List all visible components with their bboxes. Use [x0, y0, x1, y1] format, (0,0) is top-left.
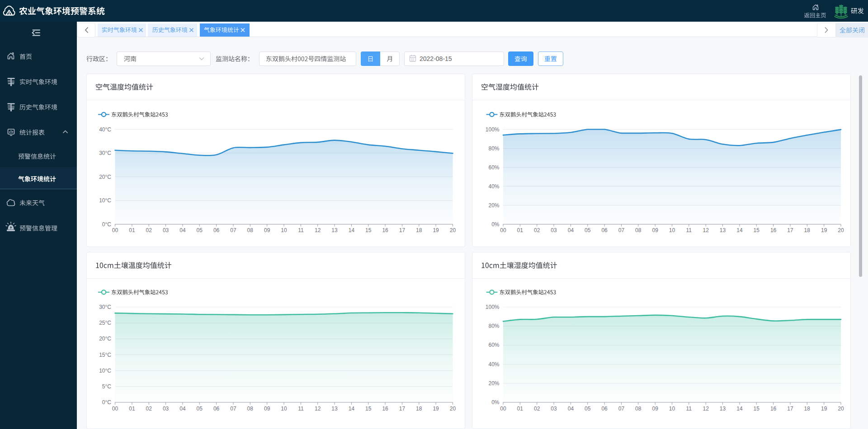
svg-text:06: 06 [213, 227, 220, 233]
svg-text:06: 06 [601, 227, 608, 233]
svg-text:18: 18 [416, 406, 422, 412]
svg-text:16: 16 [382, 227, 388, 233]
svg-text:04: 04 [568, 406, 574, 412]
svg-text:20%: 20% [488, 202, 499, 209]
svg-text:12: 12 [315, 406, 321, 412]
svg-text:07: 07 [618, 406, 625, 412]
svg-text:40%: 40% [488, 183, 499, 190]
svg-text:05: 05 [197, 406, 203, 412]
svg-text:05: 05 [585, 406, 591, 412]
svg-text:02: 02 [534, 227, 540, 233]
svg-text:07: 07 [230, 406, 236, 412]
svg-text:60%: 60% [488, 342, 499, 348]
svg-text:20: 20 [450, 227, 456, 233]
svg-text:03: 03 [163, 227, 169, 233]
svg-text:13: 13 [720, 227, 726, 233]
svg-text:20°C: 20°C [99, 174, 111, 180]
svg-text:03: 03 [551, 227, 557, 233]
svg-text:19: 19 [433, 227, 439, 233]
svg-text:10: 10 [669, 406, 675, 412]
svg-text:01: 01 [129, 227, 135, 233]
svg-text:02: 02 [146, 406, 152, 412]
svg-text:00: 00 [500, 227, 506, 233]
svg-text:25°C: 25°C [99, 320, 111, 326]
svg-text:08: 08 [247, 227, 254, 233]
svg-text:15: 15 [365, 227, 372, 233]
svg-text:0%: 0% [491, 221, 500, 228]
svg-text:2022-08-15: 2022-08-15 [420, 55, 452, 62]
svg-text:19: 19 [821, 406, 827, 412]
svg-text:08: 08 [247, 406, 254, 412]
svg-text:06: 06 [213, 406, 220, 412]
svg-text:14: 14 [349, 227, 355, 233]
svg-text:11: 11 [298, 406, 304, 412]
svg-text:0°C: 0°C [102, 221, 111, 228]
svg-text:04: 04 [179, 406, 186, 412]
svg-text:00: 00 [112, 227, 118, 233]
svg-text:10: 10 [669, 227, 675, 233]
svg-text:07: 07 [618, 227, 625, 233]
svg-text:10°C: 10°C [99, 368, 111, 374]
svg-text:09: 09 [652, 227, 659, 233]
svg-text:08: 08 [635, 227, 642, 233]
svg-text:03: 03 [551, 406, 557, 412]
svg-text:80%: 80% [488, 323, 499, 329]
svg-text:11: 11 [686, 406, 692, 412]
svg-text:08: 08 [635, 406, 642, 412]
svg-text:01: 01 [129, 406, 135, 412]
svg-text:80%: 80% [488, 145, 499, 152]
svg-text:0%: 0% [491, 399, 500, 406]
svg-text:17: 17 [399, 227, 406, 233]
svg-text:01: 01 [517, 406, 524, 412]
svg-text:09: 09 [652, 406, 659, 412]
svg-text:100%: 100% [486, 304, 500, 310]
svg-text:07: 07 [230, 227, 236, 233]
svg-text:18: 18 [804, 406, 811, 412]
svg-text:04: 04 [568, 227, 574, 233]
svg-text:14: 14 [349, 406, 355, 412]
svg-text:17: 17 [787, 227, 793, 233]
svg-text:10°C: 10°C [99, 197, 111, 204]
svg-text:18: 18 [416, 227, 422, 233]
svg-text:12: 12 [703, 227, 709, 233]
svg-text:20%: 20% [488, 380, 499, 387]
svg-text:16: 16 [770, 406, 777, 412]
svg-text:12: 12 [315, 227, 321, 233]
svg-text:30°C: 30°C [99, 150, 111, 156]
svg-text:19: 19 [433, 406, 439, 412]
svg-text:14: 14 [736, 227, 743, 233]
svg-text:10: 10 [281, 227, 287, 233]
svg-text:04: 04 [179, 227, 186, 233]
svg-text:13: 13 [331, 406, 338, 412]
svg-text:12: 12 [703, 406, 709, 412]
svg-text:13: 13 [720, 406, 726, 412]
svg-text:11: 11 [686, 227, 692, 233]
svg-text:03: 03 [163, 406, 169, 412]
svg-text:5°C: 5°C [102, 383, 111, 390]
svg-text:60%: 60% [488, 164, 499, 171]
svg-text:100%: 100% [486, 126, 500, 133]
svg-text:00: 00 [500, 406, 506, 412]
svg-text:20: 20 [838, 227, 844, 233]
svg-text:00: 00 [112, 406, 118, 412]
svg-text:30°C: 30°C [99, 304, 111, 310]
svg-text:18: 18 [804, 227, 811, 233]
svg-text:0°C: 0°C [102, 399, 111, 406]
svg-text:15: 15 [754, 406, 760, 412]
svg-text:17: 17 [787, 406, 793, 412]
svg-text:16: 16 [382, 406, 388, 412]
svg-text:10: 10 [281, 406, 287, 412]
svg-text:15: 15 [754, 227, 760, 233]
svg-text:20°C: 20°C [99, 336, 111, 342]
svg-text:15: 15 [365, 406, 372, 412]
svg-text:02: 02 [146, 227, 152, 233]
svg-text:40%: 40% [488, 361, 499, 368]
svg-text:19: 19 [821, 227, 827, 233]
svg-text:09: 09 [264, 227, 270, 233]
svg-text:16: 16 [770, 227, 777, 233]
svg-text:40°C: 40°C [99, 126, 111, 133]
svg-text:17: 17 [399, 406, 406, 412]
svg-text:20: 20 [838, 406, 844, 412]
svg-text:15°C: 15°C [99, 352, 111, 358]
svg-text:14: 14 [736, 406, 743, 412]
